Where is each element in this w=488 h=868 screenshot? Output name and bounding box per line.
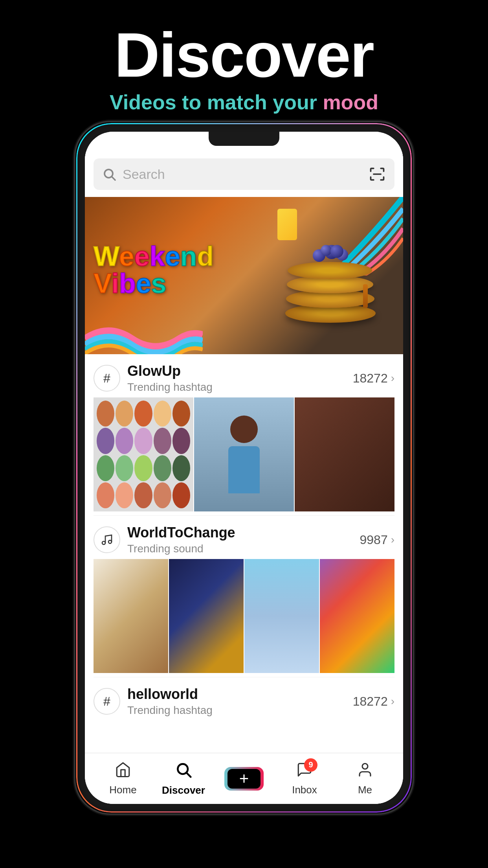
add-button[interactable]: + [224, 767, 264, 791]
svg-point-3 [102, 541, 105, 544]
home-label: Home [109, 784, 136, 796]
palette-dot [116, 482, 133, 508]
thumb-graffiti-person [169, 559, 244, 673]
phone-notch [209, 132, 279, 146]
palette-dot [134, 401, 152, 427]
inbox-badge-count: 9 [304, 758, 317, 772]
trending-item-worldtochange[interactable]: WorldToChange Trending sound 9987 › [85, 516, 403, 677]
banner-d: d [197, 241, 214, 272]
trending-count-helloworld: 18272 › [353, 694, 394, 709]
trending-item-helloworld[interactable]: # helloworld Trending hashtag 18272 › [85, 677, 403, 721]
palette-dot [97, 428, 114, 454]
me-icon [357, 761, 373, 782]
chevron-right-icon: › [391, 372, 394, 384]
banner-title-line2: Vibes [94, 270, 214, 297]
palette-dot [134, 455, 152, 481]
trending-name-helloworld: helloworld [127, 686, 213, 702]
bottom-nav: Home Discover + [85, 753, 403, 804]
pancake-illustration [277, 205, 387, 338]
thumb-basketball [244, 559, 319, 673]
phone-screen: Search [85, 132, 403, 804]
palette-dot [134, 428, 152, 454]
palette-dot [154, 482, 171, 508]
discover-label: Discover [162, 784, 205, 796]
thumbnails-worldtochange [94, 559, 394, 673]
palette-dot [97, 455, 114, 481]
palette-dot [172, 455, 190, 481]
trending-info-helloworld: helloworld Trending hashtag [127, 686, 213, 717]
music-note-icon [101, 533, 113, 546]
thumb-woman-red-hair [295, 397, 394, 511]
hero-subtitle: Videos to match your mood [110, 90, 378, 114]
palette-dot [172, 482, 190, 508]
banner-k: k [150, 241, 165, 272]
me-label: Me [358, 784, 372, 796]
svg-line-6 [187, 773, 191, 777]
banner-title-line1: Weekend [94, 243, 214, 270]
hashtag-icon: # [103, 371, 110, 386]
hero-mood-text: mood [323, 91, 378, 114]
banner-w: W [94, 241, 119, 272]
trending-type-helloworld: Trending hashtag [127, 704, 213, 717]
thumb-makeup [94, 397, 193, 511]
palette-dot [97, 401, 114, 427]
scan-icon[interactable] [369, 166, 386, 183]
nav-me[interactable]: Me [335, 761, 395, 796]
inbox-label: Inbox [292, 784, 317, 796]
inbox-icon: 9 [296, 761, 313, 782]
hashtag-icon-2: # [103, 694, 110, 709]
banner-title: Weekend Vibes [94, 243, 214, 297]
banner-n: n [180, 241, 197, 272]
thumbnails-glowup [94, 397, 394, 511]
screen-content: Search [85, 132, 403, 804]
trending-item-glowup[interactable]: # GlowUp Trending hashtag 18272 › [85, 354, 403, 515]
nav-add[interactable]: + [214, 767, 274, 791]
search-icon [102, 167, 116, 181]
thumb-person-cat [94, 559, 168, 673]
banner-e1: e [119, 241, 134, 272]
palette-dot [116, 455, 133, 481]
hero-title: Discover [110, 24, 378, 86]
thumb-colorful [320, 559, 394, 673]
chevron-right-icon-3: › [391, 695, 394, 708]
nav-discover[interactable]: Discover [153, 761, 214, 796]
banner-e3: e [165, 241, 180, 272]
discover-icon [175, 761, 192, 782]
hashtag-icon-circle-2: # [94, 688, 120, 715]
hero-section: Discover Videos to match your mood [110, 0, 378, 114]
svg-line-1 [112, 177, 115, 180]
search-bar[interactable]: Search [94, 158, 394, 190]
palette-grid [94, 397, 193, 511]
palette-dot [97, 482, 114, 508]
banner-e2: e [134, 241, 150, 272]
nav-inbox[interactable]: 9 Inbox [274, 761, 335, 796]
palette-dot [116, 401, 133, 427]
trending-count-glowup: 18272 › [353, 371, 394, 386]
hero-subtitle-text: Videos to match your [110, 91, 323, 114]
palette-dot [154, 455, 171, 481]
svg-point-4 [108, 540, 112, 543]
banner-background: Weekend Vibes [85, 197, 403, 354]
palette-dot [172, 428, 190, 454]
trending-count-worldtochange: 9987 › [360, 533, 394, 547]
palette-dot [116, 428, 133, 454]
thumb-woman-selfie [194, 397, 294, 511]
nav-home[interactable]: Home [93, 761, 153, 796]
chevron-right-icon-2: › [391, 533, 394, 546]
rainbow-waves-bottom [85, 307, 203, 354]
search-input[interactable]: Search [123, 167, 369, 182]
palette-dot [154, 428, 171, 454]
palette-dot [154, 401, 171, 427]
plus-icon: + [239, 769, 249, 788]
scroll-area[interactable]: Weekend Vibes [85, 197, 403, 753]
home-icon [115, 761, 131, 782]
svg-point-7 [362, 763, 368, 769]
banner: Weekend Vibes [85, 197, 403, 354]
palette-dot [172, 401, 190, 427]
trending-name-glowup: GlowUp [127, 363, 213, 379]
trending-type-worldtochange: Trending sound [127, 542, 235, 555]
search-bar-wrapper: Search [85, 151, 403, 197]
palette-dot [134, 482, 152, 508]
phone-shell: Search [75, 122, 413, 814]
trending-info-worldtochange: WorldToChange Trending sound [127, 524, 235, 555]
